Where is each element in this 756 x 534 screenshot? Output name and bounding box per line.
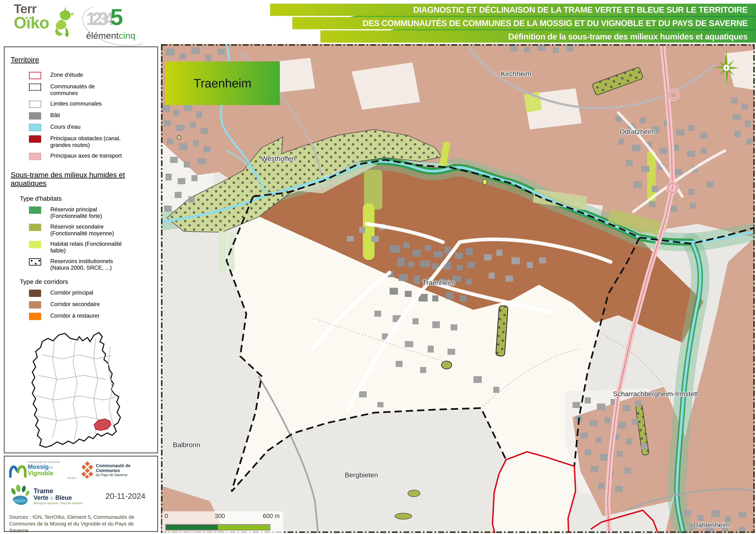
elementcinq-swoosh [78, 0, 158, 53]
reservoir-secondaire-swatch [29, 224, 41, 231]
axes-swatch [29, 153, 41, 160]
scale-zero: 0 [165, 513, 168, 520]
terroiko-logo: Terr Oïko [14, 3, 75, 39]
label-scharrachbergheim: Scharrachbergheim-Irmstett [613, 390, 698, 398]
map-base-svg [161, 44, 755, 533]
legend-sub-corridors: Type de corridors [20, 278, 151, 285]
elementcinq-logo: 12345 élémentcinq [86, 4, 152, 41]
map-title-traenheim: Traenheim [165, 62, 280, 105]
scale-mid: 300 [215, 513, 225, 520]
label-kirchheim: Kirchheim [501, 70, 531, 78]
legend-section-territoire: Territoire [11, 56, 151, 64]
legend-item-limites: Limites communales [29, 100, 151, 108]
pays-de-saverne-logo: Communauté de Communes du Pays de Savern… [81, 461, 153, 479]
legend-item-reservoir-principal: Réservoir principal (Fonctionnalité fort… [29, 206, 151, 219]
title-banner-1: DIAGNOSTIC ET DÉCLINAISON DE LA TRAME VE… [270, 4, 756, 16]
mossig-logo-icon [9, 462, 27, 478]
corridor-secondaire-swatch [29, 301, 41, 309]
legend-panel: Territoire Zone d'étude Communautés de c… [4, 46, 158, 453]
legend-sub-habitats: Type d'habitats [20, 195, 151, 202]
legend-item-habitat-relais: Habitat relais (Fonctionnalité faible) [29, 241, 151, 254]
scale-bar-rect [165, 524, 270, 530]
scale-bar: 0 300 600 m [162, 511, 283, 533]
label-bergbieten: Bergbieten [345, 471, 378, 479]
saverne-logo-icon [81, 461, 94, 479]
compass-rose-icon [713, 49, 740, 86]
legend-item-corridor-restaurer: Corridor à restaurer [29, 313, 151, 320]
footer-panel: communauté de communes Mossig et Vignobl… [4, 456, 158, 532]
legend-item-reservoir-secondaire: Réservoir secondaire (Fonctionnalité moy… [29, 223, 151, 237]
legend-item-reservoirs-institutionnels: Reservoirs institutionnels (Natura 2000,… [29, 258, 151, 271]
mossig-vignoble-logo: communauté de communes Mossig et Vignobl… [9, 461, 76, 479]
cours-eau-swatch [29, 124, 41, 131]
communautes-swatch [29, 84, 41, 91]
title-banner-3: Définition de la sous-trame des milieux … [320, 31, 756, 43]
tvb-logo-icon [9, 485, 32, 507]
label-dahlenheim: Dahlenheim [693, 521, 730, 529]
terroiko-logo-text-terr: Terr [14, 3, 49, 15]
label-odratzheim: Odratzheim [620, 128, 655, 136]
zone-etude-swatch [29, 72, 41, 79]
corridor-principal-swatch [29, 290, 41, 297]
corridor-restaurer-swatch [29, 313, 41, 320]
label-balbronn: Balbronn [173, 441, 200, 449]
legend-item-zone-etude: Zone d'étude [29, 72, 151, 79]
trame-verte-bleue-logo: Trame Verte & Bleue Mossig et Vignoble -… [9, 485, 83, 507]
legend-item-cours-eau: Cours d'eau [29, 123, 151, 131]
label-traenheim: Traenheim [422, 279, 455, 287]
sources-text: Sources : IGN, TerrOïko, Elément 5, Comm… [9, 514, 151, 534]
legend-item-corridor-secondaire: Corridor secondaire [29, 301, 151, 309]
limites-swatch [29, 101, 41, 108]
bati-swatch [29, 112, 41, 119]
reservoirs-institutionnels-swatch [29, 258, 41, 266]
map-document-page: Terr Oïko 12345 élémentcinq DIAGNOSTIC E… [0, 0, 756, 534]
terroiko-logo-text-oiko: Oïko [14, 15, 49, 31]
map-canvas[interactable]: Traenheim Kirchheim Odratzheim Westhoffe… [161, 44, 755, 533]
frog-icon [48, 4, 75, 39]
map-date: 20-11-2024 [105, 492, 146, 501]
habitat-relais-swatch [29, 241, 41, 248]
title-banner-2: DES COMMUNAUTÉS DE COMMUNES DE LA MOSSIG… [292, 17, 756, 29]
legend-item-axes: Principaux axes de transport [29, 152, 151, 160]
label-westhoffen: Westhoffen [261, 155, 296, 163]
legend-section-soustrame: Sous-trame des milieux humides et aquati… [11, 171, 151, 188]
legend-item-obstacles: Principaux obstacles (canal, grandes rou… [29, 135, 151, 148]
reservoir-principal-swatch [29, 207, 41, 214]
legend-item-communautes: Communautés de communes [29, 83, 151, 96]
legend-item-corridor-principal: Corridor principal [29, 289, 151, 297]
legend-item-bati: Bâti [29, 112, 151, 119]
obstacles-swatch [29, 135, 41, 143]
locator-minimap [11, 330, 148, 453]
scale-end: 600 m [263, 513, 280, 520]
